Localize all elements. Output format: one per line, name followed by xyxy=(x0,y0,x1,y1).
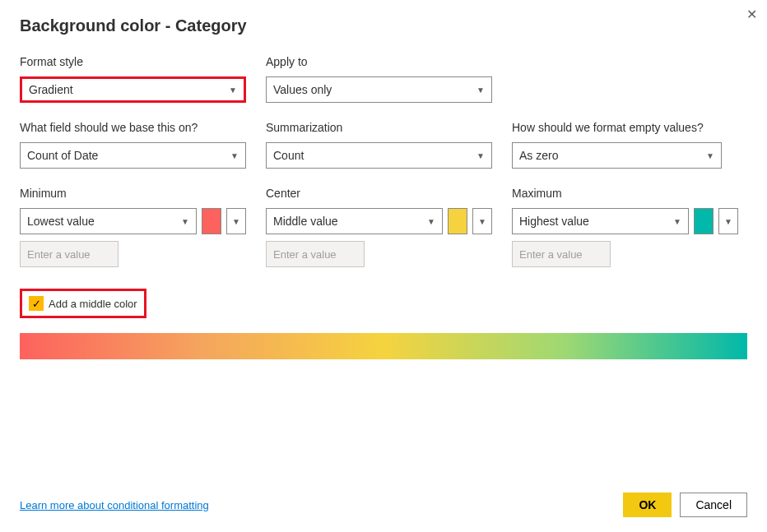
base-field-select[interactable]: Count of Date ▼ xyxy=(20,142,246,169)
chevron-down-icon: ▼ xyxy=(181,217,189,226)
chevron-down-icon: ▼ xyxy=(673,217,681,226)
empty-values-value: As zero xyxy=(519,149,558,162)
center-label: Center xyxy=(266,187,492,200)
close-icon[interactable]: ✕ xyxy=(746,7,757,22)
chevron-down-icon: ▼ xyxy=(706,151,714,160)
summarization-label: Summarization xyxy=(266,121,492,134)
apply-to-label: Apply to xyxy=(266,55,492,68)
summarization-select[interactable]: Count ▼ xyxy=(266,142,492,169)
cancel-button[interactable]: Cancel xyxy=(680,493,747,517)
maximum-value: Highest value xyxy=(519,215,589,228)
center-value: Middle value xyxy=(273,215,338,228)
learn-more-link[interactable]: Learn more about conditional formatting xyxy=(20,499,209,511)
dialog-title: Background color - Category xyxy=(20,16,747,35)
minimum-select[interactable]: Lowest value ▼ xyxy=(20,208,197,234)
gradient-preview xyxy=(20,333,747,359)
maximum-color-swatch[interactable] xyxy=(694,208,714,234)
chevron-down-icon: ▼ xyxy=(427,217,435,226)
summarization-value: Count xyxy=(273,149,304,162)
format-style-select[interactable]: Gradient ▼ xyxy=(20,76,246,103)
minimum-color-swatch[interactable] xyxy=(202,208,221,234)
empty-values-select[interactable]: As zero ▼ xyxy=(512,142,722,169)
center-select[interactable]: Middle value ▼ xyxy=(266,208,443,234)
add-middle-color-checkbox[interactable]: ✓ xyxy=(29,296,44,311)
minimum-value-input[interactable] xyxy=(20,241,119,267)
minimum-color-chevron[interactable]: ▼ xyxy=(226,208,246,234)
maximum-select[interactable]: Highest value ▼ xyxy=(512,208,689,234)
minimum-label: Minimum xyxy=(20,187,246,200)
maximum-color-chevron[interactable]: ▼ xyxy=(718,208,738,234)
apply-to-select[interactable]: Values only ▼ xyxy=(266,76,492,103)
apply-to-value: Values only xyxy=(273,83,332,96)
chevron-down-icon: ▼ xyxy=(476,151,485,160)
base-field-label: What field should we base this on? xyxy=(20,121,246,134)
chevron-down-icon: ▼ xyxy=(230,151,239,160)
center-color-swatch[interactable] xyxy=(448,208,467,234)
chevron-down-icon: ▼ xyxy=(229,86,237,95)
ok-button[interactable]: OK xyxy=(623,493,672,517)
format-style-value: Gradient xyxy=(29,83,73,96)
minimum-value: Lowest value xyxy=(27,215,95,228)
maximum-value-input[interactable] xyxy=(512,241,611,267)
format-style-label: Format style xyxy=(20,55,246,68)
add-middle-color-label: Add a middle color xyxy=(49,298,137,310)
maximum-label: Maximum xyxy=(512,187,738,200)
center-color-chevron[interactable]: ▼ xyxy=(472,208,492,234)
chevron-down-icon: ▼ xyxy=(476,86,485,95)
center-value-input[interactable] xyxy=(266,241,365,267)
empty-values-label: How should we format empty values? xyxy=(512,121,722,134)
base-field-value: Count of Date xyxy=(27,149,98,162)
